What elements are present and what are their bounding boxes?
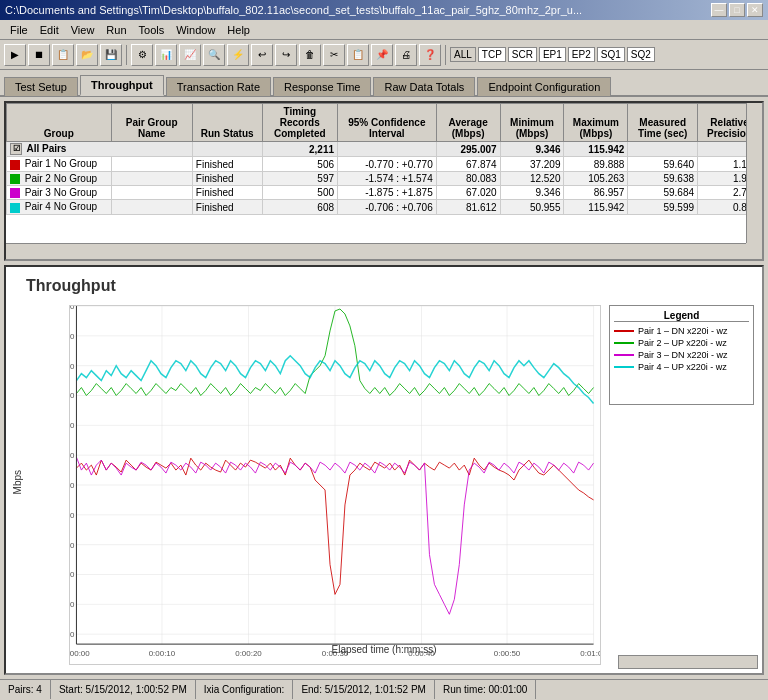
summary-records: 2,211: [262, 142, 338, 157]
y-axis-label: Mbps: [12, 470, 23, 494]
filter-ep2[interactable]: EP2: [568, 47, 595, 62]
menu-run[interactable]: Run: [100, 22, 132, 38]
svg-text:40.00: 40.00: [69, 511, 75, 520]
filter-scr[interactable]: SCR: [508, 47, 537, 62]
row1-group: Pair 1 No Group: [7, 157, 112, 171]
toolbar-btn-17[interactable]: 🖨: [395, 44, 417, 66]
summary-row: ☑ All Pairs 2,211 295.007 9.346 115.942: [7, 142, 762, 157]
minimize-button[interactable]: —: [711, 3, 727, 17]
table-vertical-scrollbar[interactable]: [746, 103, 762, 243]
tab-raw-data[interactable]: Raw Data Totals: [373, 77, 475, 96]
tab-test-setup[interactable]: Test Setup: [4, 77, 78, 96]
menu-help[interactable]: Help: [221, 22, 256, 38]
col-measured-time: Measured Time (sec): [628, 104, 698, 142]
toolbar-btn-18[interactable]: ❓: [419, 44, 441, 66]
menu-file[interactable]: File: [4, 22, 34, 38]
filter-sq1[interactable]: SQ1: [597, 47, 625, 62]
chart-area: Throughput Mbps: [4, 265, 764, 675]
col-average: Average (Mbps): [436, 104, 500, 142]
svg-text:60.00: 60.00: [69, 451, 75, 460]
separator-2: [445, 45, 446, 65]
toolbar-btn-1[interactable]: ▶: [4, 44, 26, 66]
row1-minimum: 37.209: [500, 157, 564, 171]
chart-title: Throughput: [26, 277, 116, 295]
toolbar-btn-10[interactable]: ⚡: [227, 44, 249, 66]
row3-group: Pair 3 No Group: [7, 186, 112, 200]
toolbar-btn-5[interactable]: 💾: [100, 44, 122, 66]
toolbar-btn-11[interactable]: ↩: [251, 44, 273, 66]
row1-ci: -0.770 : +0.770: [338, 157, 437, 171]
svg-text:0.00: 0.00: [69, 630, 75, 639]
main-content: Group Pair Group Name Run Status Timing …: [0, 97, 768, 679]
svg-text:10.00: 10.00: [69, 600, 75, 609]
row3-time: 59.684: [628, 186, 698, 200]
filter-all[interactable]: ALL: [450, 47, 476, 62]
legend-color-4: [614, 366, 634, 368]
row2-minimum: 12.520: [500, 171, 564, 185]
row2-status: Finished: [192, 171, 262, 185]
row2-average: 80.083: [436, 171, 500, 185]
toolbar-btn-16[interactable]: 📌: [371, 44, 393, 66]
row2-group: Pair 2 No Group: [7, 171, 112, 185]
table-row: Pair 1 No Group Finished 506 -0.770 : +0…: [7, 157, 762, 171]
title-bar: C:\Documents and Settings\Tim\Desktop\bu…: [0, 0, 768, 20]
svg-text:70.00: 70.00: [69, 421, 75, 430]
summary-status: [192, 142, 262, 157]
toolbar-btn-6[interactable]: ⚙: [131, 44, 153, 66]
menu-edit[interactable]: Edit: [34, 22, 65, 38]
toolbar-btn-8[interactable]: 📈: [179, 44, 201, 66]
svg-text:110.00: 110.00: [69, 305, 75, 311]
chart-horizontal-scrollbar[interactable]: [618, 655, 758, 669]
svg-text:0:00:10: 0:00:10: [149, 649, 176, 658]
summary-label: ☑ All Pairs: [7, 142, 193, 157]
status-end: End: 5/15/2012, 1:01:52 PM: [293, 680, 435, 699]
toolbar-btn-13[interactable]: 🗑: [299, 44, 321, 66]
row4-pair-group: [111, 200, 192, 214]
tab-transaction-rate[interactable]: Transaction Rate: [166, 77, 271, 96]
row3-minimum: 9.346: [500, 186, 564, 200]
toolbar-btn-4[interactable]: 📂: [76, 44, 98, 66]
filter-tcp[interactable]: TCP: [478, 47, 506, 62]
filter-ep1[interactable]: EP1: [539, 47, 566, 62]
status-start: Start: 5/15/2012, 1:00:52 PM: [51, 680, 196, 699]
row3-ci: -1.875 : +1.875: [338, 186, 437, 200]
col-pair-group-name: Pair Group Name: [111, 104, 192, 142]
toolbar-btn-12[interactable]: ↪: [275, 44, 297, 66]
row4-average: 81.612: [436, 200, 500, 214]
row2-ci: -1.574 : +1.574: [338, 171, 437, 185]
tab-response-time[interactable]: Response Time: [273, 77, 371, 96]
col-timing-records: Timing Records Completed: [262, 104, 338, 142]
legend-item-3: Pair 3 – DN x220i - wz: [614, 350, 749, 360]
row4-status: Finished: [192, 200, 262, 214]
separator-1: [126, 45, 127, 65]
chart-legend: Legend Pair 1 – DN x220i - wz Pair 2 – U…: [609, 305, 754, 405]
svg-text:0:00:50: 0:00:50: [494, 649, 521, 658]
menu-view[interactable]: View: [65, 22, 101, 38]
svg-text:50.00: 50.00: [69, 481, 75, 490]
toolbar-btn-14[interactable]: ✂: [323, 44, 345, 66]
row3-records: 500: [262, 186, 338, 200]
menu-window[interactable]: Window: [170, 22, 221, 38]
toolbar-btn-7[interactable]: 📊: [155, 44, 177, 66]
table-row: Pair 4 No Group Finished 608 -0.706 : +0…: [7, 200, 762, 214]
close-button[interactable]: ✕: [747, 3, 763, 17]
toolbar-btn-2[interactable]: ⏹: [28, 44, 50, 66]
table-horizontal-scrollbar[interactable]: [6, 243, 746, 259]
tab-throughput[interactable]: Throughput: [80, 75, 164, 96]
menu-tools[interactable]: Tools: [133, 22, 171, 38]
legend-color-3: [614, 354, 634, 356]
legend-item-4: Pair 4 – UP x220i - wz: [614, 362, 749, 372]
filter-sq2[interactable]: SQ2: [627, 47, 655, 62]
toolbar-btn-15[interactable]: 📋: [347, 44, 369, 66]
tab-endpoint-config[interactable]: Endpoint Configuration: [477, 77, 611, 96]
window-title: C:\Documents and Settings\Tim\Desktop\bu…: [5, 4, 582, 16]
row2-time: 59.638: [628, 171, 698, 185]
toolbar-btn-9[interactable]: 🔍: [203, 44, 225, 66]
status-ixia-config: Ixia Configuration:: [196, 680, 294, 699]
toolbar-btn-3[interactable]: 📋: [52, 44, 74, 66]
maximize-button[interactable]: □: [729, 3, 745, 17]
status-run-time: Run time: 00:01:00: [435, 680, 537, 699]
window-controls[interactable]: — □ ✕: [711, 3, 763, 17]
col-minimum: Minimum (Mbps): [500, 104, 564, 142]
legend-label-4: Pair 4 – UP x220i - wz: [638, 362, 727, 372]
